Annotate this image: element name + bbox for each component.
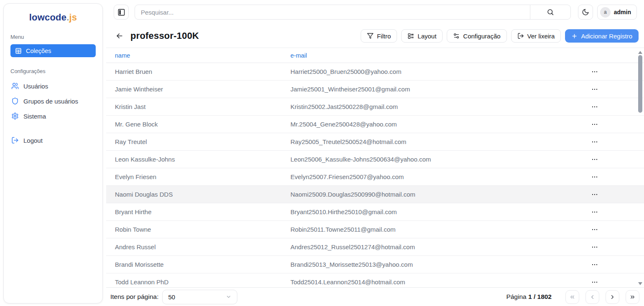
first-page-button[interactable] [565, 290, 579, 304]
ellipsis-icon [591, 279, 598, 286]
row-actions-button[interactable] [589, 67, 601, 77]
table-row[interactable]: Mr. Gene Block Mr.25004_Gene2500428@yaho… [106, 116, 644, 133]
page-indicator: Página 1 / 1802 [506, 293, 552, 301]
cell-name: Bryant Hirthe [115, 208, 290, 215]
cell-name: Kristin Jast [115, 103, 290, 110]
row-actions-button[interactable] [589, 242, 601, 252]
sidebar-item-system[interactable]: Sistema [10, 109, 96, 124]
next-page-button[interactable] [606, 290, 619, 304]
ellipsis-icon [591, 174, 598, 180]
panel-left-icon [117, 8, 125, 16]
sidebar-item-label: Grupos de usuários [23, 98, 78, 105]
search-input[interactable] [135, 5, 530, 20]
table-header: name e-mail [106, 48, 644, 63]
table-row[interactable]: Jamie Wintheiser Jamie25001_Wintheiser25… [106, 81, 644, 98]
filter-button[interactable]: Filtro [361, 29, 397, 43]
cell-email: Evelyn25007.Friesen25007@yahoo.com [290, 173, 553, 180]
table-row[interactable]: Robin Towne Robin25011.Towne25011@gmail.… [106, 221, 644, 238]
pager [565, 290, 639, 304]
ellipsis-icon [591, 261, 598, 268]
row-actions-button[interactable] [589, 154, 601, 164]
topbar: a admin [106, 0, 644, 24]
cell-name: Leon Kassulke-Johns [115, 156, 290, 163]
row-actions-button[interactable] [589, 102, 601, 112]
row-actions-button[interactable] [589, 119, 601, 129]
last-page-button[interactable] [626, 290, 639, 304]
cell-name: Andres Russel [115, 243, 290, 250]
chevrons-right-icon [629, 294, 636, 300]
row-actions-button[interactable] [589, 137, 601, 147]
menu-section-label: Menu [10, 34, 96, 40]
ellipsis-icon [591, 244, 598, 250]
table-row[interactable]: Evelyn Friesen Evelyn25007.Friesen25007@… [106, 168, 644, 186]
table-row[interactable]: Naomi Douglas DDS Naomi25009.Douglas2500… [106, 186, 644, 203]
cell-email: Andres25012_Russel2501274@hotmail.com [290, 243, 553, 250]
table-row[interactable]: Harriet Bruen Harriet25000_Bruen25000@ya… [106, 63, 644, 81]
ellipsis-icon [591, 86, 598, 93]
ellipsis-icon [591, 191, 598, 198]
view-trash-button[interactable]: Ver lixeira [511, 29, 561, 43]
cell-name: Robin Towne [115, 226, 290, 233]
row-actions-button[interactable] [589, 277, 601, 287]
table-row[interactable]: Todd Leannon PhD Todd25014.Leannon25014@… [106, 273, 644, 287]
table-row[interactable]: Bryant Hirthe Bryant25010.Hirthe25010@gm… [106, 203, 644, 221]
ellipsis-icon [591, 156, 598, 163]
cell-name: Todd Leannon PhD [115, 278, 290, 286]
row-actions-button[interactable] [589, 225, 601, 235]
back-button[interactable] [114, 30, 125, 42]
ellipsis-icon [591, 121, 598, 128]
cell-email: Brandi25013_Morissette25013@yahoo.com [290, 261, 553, 268]
row-actions-button[interactable] [589, 190, 601, 200]
avatar: a [600, 7, 611, 18]
table-row[interactable]: Brandi Morissette Brandi25013_Morissette… [106, 256, 644, 273]
cell-email: Harriet25000_Bruen25000@yahoo.com [290, 68, 553, 75]
sidebar-item-label: Usuários [23, 83, 48, 90]
page-header: professor-100K Filtro Layout [106, 24, 644, 48]
settings-section-label: Configurações [10, 68, 96, 74]
add-record-button[interactable]: Adicionar Registro [565, 29, 639, 43]
row-actions-button[interactable] [589, 84, 601, 94]
cell-email: Leon25006_Kassulke-Johns2500634@yahoo.co… [290, 156, 553, 163]
users-icon [11, 82, 19, 90]
sidebar-item-user-groups[interactable]: Grupos de usuários [10, 94, 96, 109]
items-per-page-select[interactable]: 50 [162, 290, 237, 304]
arrow-left-icon [115, 32, 124, 40]
cell-email: Mr.25004_Gene2500428@yahoo.com [290, 121, 553, 128]
table-row[interactable]: Kristin Jast Kristin25002.Jast2500228@gm… [106, 98, 644, 116]
layout-button[interactable]: Layout [401, 29, 443, 43]
chevron-left-icon [589, 294, 596, 300]
cell-name: Mr. Gene Block [115, 121, 290, 128]
table-row[interactable]: Leon Kassulke-Johns Leon25006_Kassulke-J… [106, 151, 644, 168]
sidebar-item-users[interactable]: Usuários [10, 78, 96, 94]
table-row[interactable]: Ray Treutel Ray25005_Treutel2500524@hotm… [106, 133, 644, 151]
row-actions-button[interactable] [589, 207, 601, 217]
column-header-name[interactable]: name [115, 52, 290, 59]
moon-icon [582, 8, 589, 16]
sidebar: lowcode.js Menu Coleções Configurações U… [3, 3, 103, 303]
page-value: 1 / 1802 [528, 293, 552, 300]
search-button[interactable] [530, 5, 571, 20]
sidebar-toggle-button[interactable] [114, 5, 129, 20]
row-actions-button[interactable] [589, 260, 601, 270]
user-menu-button[interactable]: a admin [597, 5, 637, 20]
scroll-up-arrow[interactable] [638, 51, 642, 54]
table-body: Harriet Bruen Harriet25000_Bruen25000@ya… [106, 63, 644, 287]
scrollbar-thumb[interactable] [638, 55, 642, 113]
column-header-email[interactable]: e-mail [290, 52, 594, 59]
cell-name: Evelyn Friesen [115, 173, 290, 180]
sidebar-item-collections[interactable]: Coleções [10, 44, 96, 57]
chevrons-left-icon [569, 294, 575, 300]
prev-page-button[interactable] [585, 290, 599, 304]
scroll-down-arrow[interactable] [638, 282, 642, 285]
main-content: a admin professor-100K Filtro [106, 0, 644, 306]
theme-toggle-button[interactable] [578, 5, 593, 20]
funnel-icon [367, 33, 374, 39]
gear-icon [11, 112, 19, 120]
logo-text: lowcode [29, 12, 66, 23]
row-actions-button[interactable] [589, 172, 601, 182]
table-row[interactable]: Andres Russel Andres25012_Russel2501274@… [106, 238, 644, 256]
cell-email: Bryant25010.Hirthe25010@gmail.com [290, 208, 553, 215]
cell-name: Jamie Wintheiser [115, 86, 290, 93]
configuration-button[interactable]: Configuração [447, 29, 507, 43]
sidebar-item-logout[interactable]: Logout [10, 133, 96, 148]
